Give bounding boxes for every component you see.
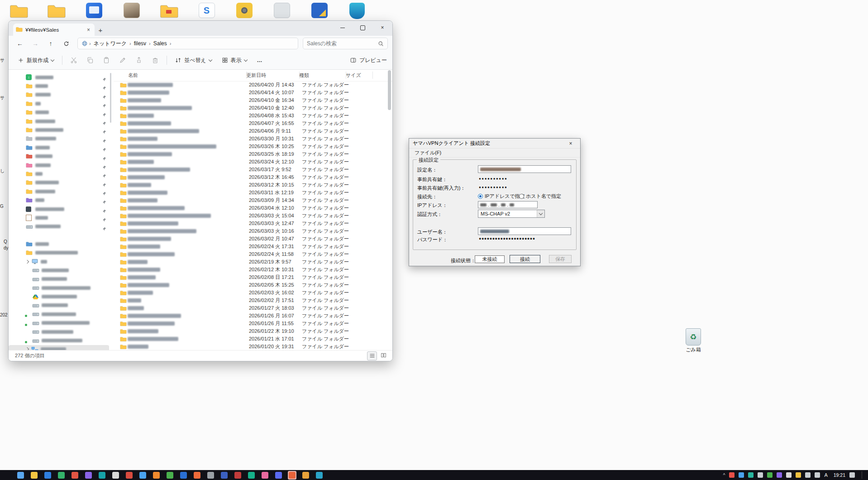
sidebar-item[interactable] — [9, 143, 109, 152]
sidebar-item[interactable] — [9, 161, 109, 169]
radio-host[interactable]: ホスト名で指定 — [519, 193, 561, 200]
file-row[interactable]: 2026/02/12 木 10:31ファイル フォルダー — [114, 266, 387, 274]
taskbar-app-icon[interactable] — [166, 471, 174, 480]
file-row[interactable]: 2026/01/27 火 18:03ファイル フォルダー — [114, 304, 387, 312]
share-button[interactable] — [132, 54, 146, 67]
file-row[interactable]: 2026/04/10 金 12:40ファイル フォルダー — [114, 104, 387, 112]
sidebar-item[interactable] — [9, 327, 109, 336]
file-row[interactable]: 2026/04/08 水 15:43ファイル フォルダー — [114, 112, 387, 120]
column-date[interactable]: 更新日時 — [246, 72, 299, 79]
taskbar-app-icon[interactable] — [301, 471, 310, 480]
sidebar-item[interactable] — [9, 275, 109, 283]
taskbar-app-icon[interactable] — [138, 471, 147, 480]
breadcrumb-item[interactable]: filesv — [132, 39, 148, 48]
tab-close-icon[interactable]: × — [85, 27, 92, 33]
more-button[interactable]: … — [253, 55, 266, 66]
file-row[interactable]: 2026/03/03 火 10:16ファイル フォルダー — [114, 227, 387, 235]
sidebar-item[interactable] — [9, 125, 109, 134]
taskbar-app-icon[interactable] — [247, 471, 256, 480]
paste-button[interactable] — [100, 54, 113, 67]
file-row[interactable]: 2026/01/26 月 16:07ファイル フォルダー — [114, 312, 387, 320]
details-view-toggle[interactable] — [367, 351, 377, 360]
back-button[interactable]: ← — [13, 38, 27, 49]
taskbar-app-icon[interactable] — [179, 471, 188, 480]
sidebar-item[interactable] — [9, 108, 109, 117]
file-row[interactable]: 2026/01/22 木 19:10ファイル フォルダー — [114, 327, 387, 335]
taskbar-app-icon[interactable] — [274, 471, 283, 480]
column-type[interactable]: 種類 — [299, 72, 346, 79]
tray-icon[interactable] — [767, 472, 773, 478]
tray-icon[interactable] — [739, 472, 744, 478]
file-list-scrollbar[interactable] — [388, 70, 391, 348]
close-button[interactable]: × — [372, 21, 392, 34]
view-button[interactable]: 表示 — [218, 54, 251, 67]
expand-chevron-icon[interactable] — [25, 259, 29, 263]
sidebar-item[interactable] — [9, 213, 109, 222]
taskbar-app-icon[interactable] — [261, 471, 269, 480]
file-row[interactable]: 2026/02/08 日 17:21ファイル フォルダー — [114, 274, 387, 281]
maximize-button[interactable] — [353, 21, 372, 34]
vpn-close-icon[interactable]: × — [565, 140, 577, 147]
tray-icon[interactable] — [805, 472, 811, 478]
file-row[interactable]: 2026/04/14 火 10:07ファイル フォルダー — [114, 89, 387, 96]
forward-button[interactable]: → — [29, 38, 42, 49]
breadcrumb-item[interactable]: ネットワーク — [91, 39, 129, 48]
sidebar-item[interactable] — [9, 266, 109, 274]
taskbar-app-icon[interactable] — [220, 471, 229, 480]
sidebar-item[interactable] — [9, 336, 109, 345]
file-row[interactable]: 2026/03/26 木 10:25ファイル フォルダー — [114, 143, 387, 150]
recycle-bin[interactable]: ♻ ごみ箱 — [682, 328, 705, 353]
column-name[interactable]: 名前 — [128, 72, 246, 79]
taskbar-app-icon[interactable] — [315, 471, 324, 480]
tray-icon[interactable] — [758, 472, 763, 478]
new-button[interactable]: 新規作成 — [14, 54, 57, 67]
file-row[interactable]: 2026/01/21 水 17:01ファイル フォルダー — [114, 335, 387, 343]
file-row[interactable]: 2026/04/07 火 16:55ファイル フォルダー — [114, 120, 387, 127]
file-row[interactable]: 2026/03/09 月 14:34ファイル フォルダー — [114, 197, 387, 204]
sidebar-item[interactable] — [9, 169, 109, 178]
file-row[interactable]: 2026/03/12 木 16:45ファイル フォルダー — [114, 173, 387, 181]
file-row[interactable]: 2026/02/24 火 17:31ファイル フォルダー — [114, 243, 387, 250]
tray-icon[interactable] — [748, 472, 754, 478]
file-row[interactable]: 2026/01/20 火 19:31ファイル フォルダー — [114, 343, 387, 350]
cut-button[interactable] — [67, 54, 81, 67]
tray-icon[interactable] — [815, 472, 820, 478]
sidebar-scrollbar[interactable] — [110, 73, 111, 123]
tray-icon[interactable] — [777, 472, 782, 478]
explorer-tab[interactable]: ¥¥filesv¥Sales × — [13, 24, 95, 36]
file-row[interactable]: 2026/03/11 水 12:19ファイル フォルダー — [114, 189, 387, 197]
refresh-button[interactable] — [59, 38, 73, 49]
rename-button[interactable] — [116, 54, 129, 67]
sidebar-item[interactable] — [9, 283, 109, 292]
taskbar-app-icon[interactable] — [288, 471, 296, 480]
delete-button[interactable] — [148, 54, 162, 67]
setting-name-field[interactable] — [478, 165, 571, 173]
file-row[interactable]: 2026/03/17 火 9:52ファイル フォルダー — [114, 166, 387, 173]
file-row[interactable]: 2026/03/24 火 12:10ファイル フォルダー — [114, 158, 387, 166]
notification-bell-icon[interactable] — [849, 472, 855, 478]
sidebar-item[interactable] — [9, 82, 109, 90]
taskbar-app-icon[interactable] — [30, 471, 38, 480]
taskbar-app-icon[interactable] — [98, 471, 106, 480]
preview-button[interactable]: プレビュー — [350, 57, 387, 64]
sidebar-item[interactable] — [9, 152, 109, 161]
sidebar-item[interactable] — [9, 248, 109, 257]
sidebar-item[interactable] — [9, 196, 109, 204]
taskbar-app-icon[interactable] — [71, 471, 79, 480]
radio-ip[interactable]: IPアドレスで指定 — [478, 193, 525, 200]
psk-value[interactable]: ●●●●●●●●●● — [479, 177, 507, 181]
file-row[interactable]: 2026/02/05 木 15:25ファイル フォルダー — [114, 281, 387, 289]
tray-icon[interactable] — [786, 472, 792, 478]
sidebar-item[interactable] — [9, 134, 109, 143]
tray-icon[interactable] — [729, 472, 734, 478]
minimize-button[interactable] — [333, 21, 353, 34]
file-row[interactable]: 2026/03/12 木 10:15ファイル フォルダー — [114, 181, 387, 189]
username-field[interactable] — [478, 227, 571, 235]
taskbar-app-icon[interactable] — [234, 471, 242, 480]
breadcrumb-item[interactable]: Sales — [151, 39, 169, 48]
file-row[interactable]: 2026/02/19 木 9:57ファイル フォルダー — [114, 258, 387, 266]
taskbar-app-icon[interactable] — [57, 471, 66, 480]
file-row[interactable]: 2026/03/04 水 12:10ファイル フォルダー — [114, 204, 387, 212]
new-tab-button[interactable]: + — [95, 26, 106, 34]
file-row[interactable]: 2026/03/25 水 18:19ファイル フォルダー — [114, 150, 387, 158]
